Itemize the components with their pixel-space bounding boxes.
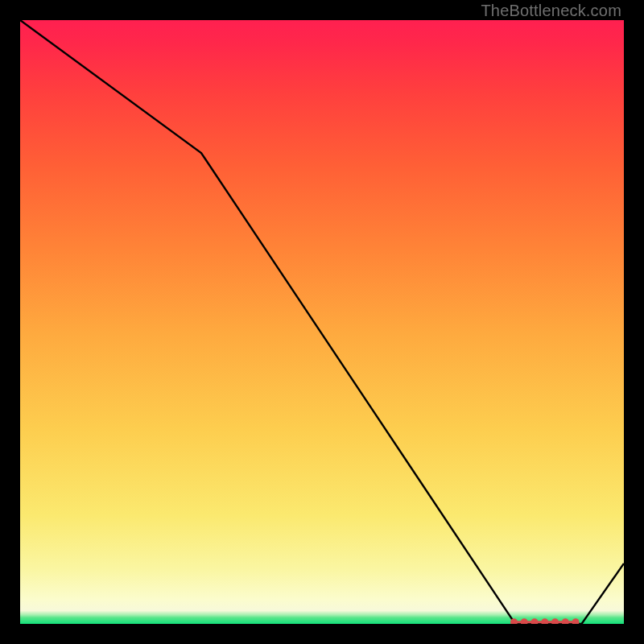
chart-background: [20, 20, 624, 624]
chart-svg: [20, 20, 624, 624]
chart-plot-area: [20, 20, 624, 624]
attribution-text: TheBottleneck.com: [481, 2, 621, 20]
